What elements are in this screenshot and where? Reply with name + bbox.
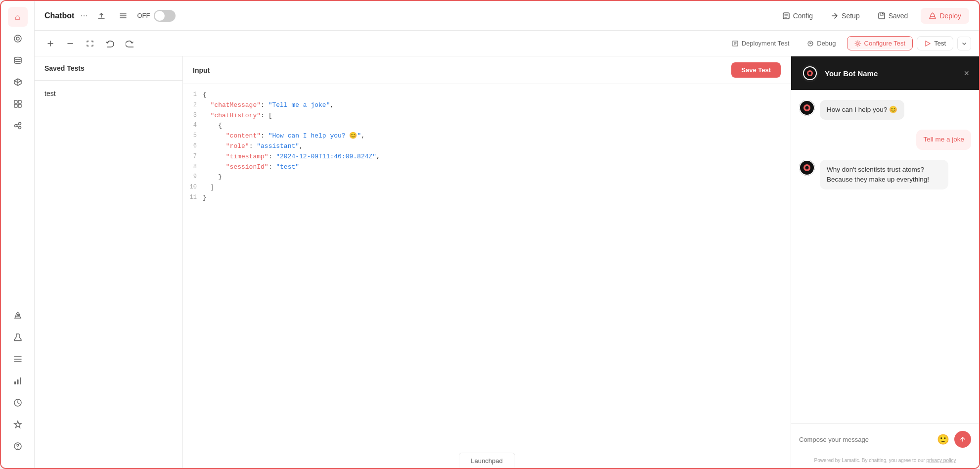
list-btn[interactable] — [115, 8, 131, 24]
send-btn[interactable] — [954, 431, 971, 448]
code-line-4: 4 { — [183, 121, 791, 131]
configure-test-label: Configure Test — [864, 40, 906, 47]
svg-rect-13 — [20, 377, 21, 384]
sidebar-item-connections[interactable] — [8, 29, 28, 48]
saved-label: Saved — [889, 12, 908, 20]
sidebar-item-grid[interactable] — [8, 94, 28, 114]
sidebar-item-help[interactable] — [8, 436, 28, 456]
svg-rect-18 — [879, 13, 885, 19]
privacy-link[interactable]: privacy policy — [926, 458, 956, 463]
message-row-user-1: Tell me a joke — [799, 130, 971, 149]
chat-header: Your Bot Name × — [791, 56, 979, 90]
sidebar-item-flask[interactable] — [8, 328, 28, 347]
setup-label: Setup — [842, 12, 860, 20]
fit-view-btn[interactable] — [82, 36, 98, 51]
chat-powered: Powered by Lamatic. By chatting, you agr… — [791, 455, 979, 468]
emoji-btn[interactable]: 🙂 — [937, 433, 949, 445]
deployment-test-label: Deployment Test — [742, 40, 790, 47]
code-line-2: 2 "chatMessage": "Tell me a joke", — [183, 100, 791, 111]
redo-btn[interactable] — [122, 36, 137, 51]
svg-point-16 — [17, 448, 18, 449]
svg-point-7 — [14, 125, 17, 127]
undo-btn[interactable] — [102, 36, 118, 51]
message-row-bot-2: Why don't scientists trust atoms? Becaus… — [799, 160, 971, 190]
test-chevron[interactable] — [957, 37, 971, 50]
code-line-5: 5 "content": "How can I help you? 😊", — [183, 131, 791, 141]
setup-btn[interactable]: Setup — [826, 9, 865, 23]
toolbar: Deployment Test Debug Configure Tes — [35, 31, 979, 56]
app-title: Chatbot — [45, 11, 74, 20]
svg-rect-6 — [18, 104, 21, 107]
debug-tab[interactable]: Debug — [800, 37, 843, 50]
code-line-8: 8 "sessionId": "test" — [183, 162, 791, 173]
sidebar-item-integrations[interactable] — [8, 116, 28, 136]
svg-point-0 — [14, 35, 21, 42]
top-navbar: Chatbot ··· OFF — [35, 1, 979, 31]
chat-bot-name: Your Bot Name — [825, 69, 878, 78]
sidebar: ⌂ — [1, 1, 35, 468]
test-label: Test — [934, 40, 946, 47]
config-btn[interactable]: Config — [777, 9, 818, 23]
input-label: Input — [193, 66, 210, 74]
bot-avatar — [801, 64, 819, 82]
msg-bubble-user-1: Tell me a joke — [916, 130, 971, 149]
sidebar-item-cube[interactable] — [8, 72, 28, 92]
svg-point-22 — [857, 43, 859, 45]
svg-rect-4 — [18, 100, 21, 103]
svg-rect-19 — [882, 13, 883, 14]
sidebar-item-star[interactable] — [8, 415, 28, 434]
sidebar-item-database[interactable] — [8, 50, 28, 70]
deploy-btn[interactable]: Deploy — [921, 8, 969, 24]
sidebar-item-history[interactable] — [8, 393, 28, 413]
code-line-9: 9 } — [183, 172, 791, 183]
configure-test-tab[interactable]: Configure Test — [847, 36, 913, 50]
chat-input-area: 🙂 — [791, 423, 979, 455]
saved-tests-header: Saved Tests — [35, 56, 182, 81]
chat-close-btn[interactable]: × — [964, 68, 969, 79]
sidebar-item-home[interactable]: ⌂ — [8, 7, 28, 27]
chat-panel: Your Bot Name × Ho — [791, 56, 979, 468]
more-options-btn[interactable]: ··· — [80, 10, 88, 21]
chat-input[interactable] — [799, 436, 932, 443]
code-line-3: 3 "chatHistory": [ — [183, 111, 791, 121]
code-line-10: 10 ] — [183, 183, 791, 193]
config-label: Config — [793, 12, 813, 20]
svg-rect-12 — [17, 379, 18, 384]
code-line-6: 6 "role": "assistant", — [183, 141, 791, 152]
input-panel-header: Input Save Test — [183, 56, 791, 84]
saved-tests-list: test — [35, 81, 182, 106]
input-panel: Input Save Test 1 { 2 "chatMessage": "Te… — [183, 56, 791, 468]
saved-tests-panel: Saved Tests test — [35, 56, 183, 468]
chat-header-left: Your Bot Name — [801, 64, 878, 82]
msg-bot-avatar-2 — [799, 160, 815, 176]
svg-rect-5 — [14, 104, 17, 107]
svg-rect-3 — [14, 100, 17, 103]
saved-btn[interactable]: Saved — [873, 9, 913, 23]
body-area: Saved Tests test Input Save Test 1 { — [35, 56, 979, 468]
debug-label: Debug — [817, 40, 836, 47]
upload-btn[interactable] — [93, 8, 109, 24]
msg-bubble-bot-2: Why don't scientists trust atoms? Becaus… — [820, 160, 948, 190]
test-tab[interactable]: Test — [917, 36, 953, 50]
zoom-out-btn[interactable] — [62, 36, 78, 51]
svg-point-9 — [18, 127, 21, 129]
toggle-label: OFF — [137, 12, 150, 19]
code-line-1: 1 { — [183, 90, 791, 100]
deploy-label: Deploy — [939, 12, 961, 20]
sidebar-item-rocket[interactable] — [8, 306, 28, 326]
saved-test-item[interactable]: test — [35, 85, 182, 102]
msg-bot-avatar-1 — [799, 100, 815, 116]
code-line-7: 7 "timestamp": "2024-12-09T11:46:09.824Z… — [183, 152, 791, 162]
zoom-in-btn[interactable] — [43, 36, 58, 51]
save-test-btn[interactable]: Save Test — [731, 62, 781, 78]
launchpad-tab[interactable]: Launchpad — [458, 453, 515, 468]
code-editor[interactable]: 1 { 2 "chatMessage": "Tell me a joke", 3… — [183, 84, 791, 468]
sidebar-item-analytics[interactable] — [8, 371, 28, 391]
toolbar-right: Deployment Test Debug Configure Tes — [725, 36, 971, 50]
sidebar-item-logs[interactable] — [8, 349, 28, 369]
power-toggle[interactable] — [154, 10, 176, 22]
deployment-test-tab[interactable]: Deployment Test — [725, 37, 797, 50]
svg-rect-11 — [14, 381, 16, 384]
svg-point-10 — [17, 315, 18, 316]
toggle-container: OFF — [137, 10, 176, 22]
